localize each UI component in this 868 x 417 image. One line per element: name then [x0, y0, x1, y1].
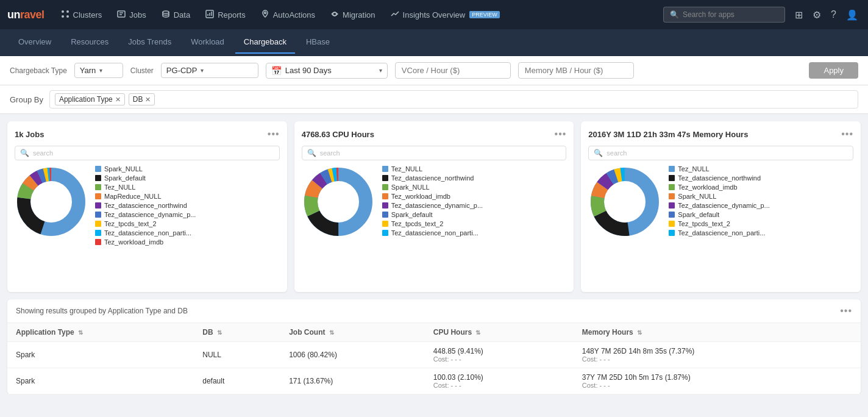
card-jobs-inner: Spark_NULL Spark_default Tez_NULL MapRed… — [15, 165, 280, 248]
date-chevron: ▾ — [379, 67, 382, 74]
subnav-chargeback[interactable]: Chargeback — [235, 31, 295, 54]
nav-data-label: Data — [174, 10, 190, 20]
card-jobs-search-placeholder: search — [33, 149, 53, 157]
cell-db-1: NULL — [194, 342, 280, 368]
card-cpu: 4768.63 CPU Hours ••• 🔍 search — [294, 121, 574, 292]
chargeback-type-chevron: ▾ — [99, 67, 102, 74]
card-jobs-legend: Spark_NULL Spark_default Tez_NULL MapRed… — [95, 165, 280, 248]
migration-icon — [330, 9, 340, 21]
svg-point-23 — [33, 184, 69, 220]
nav-jobs-label: Jobs — [129, 10, 146, 20]
nav-reports-label: Reports — [218, 10, 246, 20]
card-memory-search[interactable]: 🔍 search — [588, 146, 853, 160]
sort-db-icon: ⇅ — [217, 329, 222, 336]
global-search-bar[interactable]: 🔍 Search for apps — [663, 7, 785, 23]
card-cpu-search[interactable]: 🔍 search — [302, 146, 567, 160]
col-db[interactable]: DB ⇅ — [194, 323, 280, 342]
card-memory-menu[interactable]: ••• — [841, 129, 853, 140]
card-cpu-search-placeholder: search — [320, 149, 340, 157]
cards-row: 1k Jobs ••• 🔍 search — [7, 121, 861, 292]
help-icon[interactable]: ? — [828, 7, 839, 23]
group-by-tag-app-type[interactable]: Application Type ✕ — [55, 93, 125, 105]
subnav-jobs-trends[interactable]: Jobs Trends — [119, 31, 180, 54]
chargeback-type-select[interactable]: Yarn ▾ — [74, 63, 123, 78]
date-range-select[interactable]: 📅 Last 90 Days ▾ — [266, 63, 388, 79]
cell-app-type-2: Spark — [7, 368, 194, 394]
tag-app-type-close[interactable]: ✕ — [115, 96, 121, 104]
logo[interactable]: unravel — [7, 9, 44, 21]
vcore-input[interactable] — [395, 62, 511, 79]
subnav-workload[interactable]: Workload — [182, 31, 233, 54]
insights-icon — [390, 9, 400, 21]
col-app-type[interactable]: Application Type ⇅ — [7, 323, 194, 342]
memory-input[interactable] — [518, 62, 634, 79]
svg-point-1 — [66, 10, 69, 13]
cell-memory-2: 37Y 7M 25D 10h 5m 17s (1.87%) Cost: - - … — [574, 368, 861, 394]
subnav-hbase[interactable]: HBase — [297, 31, 338, 54]
nav-item-reports[interactable]: Reports — [199, 5, 252, 24]
tag-app-type-label: Application Type — [59, 95, 113, 104]
group-by-tag-db[interactable]: DB ✕ — [129, 93, 155, 105]
cluster-label: Cluster — [130, 66, 154, 75]
nav-migration-label: Migration — [343, 10, 375, 20]
nav-insights-label: Insights Overview — [403, 10, 466, 20]
subnav-overview[interactable]: Overview — [10, 31, 60, 54]
card-memory-legend: Tez_NULL Tez_datascience_northwind Tez_w… — [669, 165, 853, 238]
clusters-icon — [60, 9, 70, 21]
svg-point-12 — [264, 12, 266, 13]
nav-item-clusters[interactable]: Clusters — [54, 5, 108, 24]
subnav-resources[interactable]: Resources — [62, 31, 117, 54]
nav-item-autoactions[interactable]: AutoActions — [254, 5, 321, 24]
card-cpu-menu[interactable]: ••• — [555, 129, 567, 140]
settings-icon[interactable]: ⚙ — [810, 7, 824, 23]
card-memory-donut — [588, 165, 661, 238]
grid-icon[interactable]: ⊞ — [792, 7, 805, 23]
top-nav: unravel Clusters Jobs Data Reports AutoA… — [0, 0, 868, 29]
nav-right-icons: ⊞ ⚙ ? 👤 — [792, 7, 861, 23]
card-memory-inner: Tez_NULL Tez_datascience_northwind Tez_w… — [588, 165, 853, 238]
nav-item-migration[interactable]: Migration — [324, 5, 381, 24]
autoactions-icon — [260, 9, 270, 21]
table-row: Spark default 171 (13.67%) 100.03 (2.10%… — [7, 368, 861, 394]
search-placeholder-text: Search for apps — [683, 10, 735, 19]
card-jobs-menu[interactable]: ••• — [268, 129, 280, 140]
sort-app-type-icon: ⇅ — [78, 329, 83, 336]
svg-point-7 — [163, 11, 169, 13]
results-title: Showing results grouped by Application T… — [16, 307, 188, 315]
nav-item-jobs[interactable]: Jobs — [110, 5, 152, 24]
svg-rect-4 — [118, 11, 125, 17]
sort-job-count-icon: ⇅ — [329, 329, 334, 336]
tag-db-close[interactable]: ✕ — [145, 96, 151, 104]
nav-item-data[interactable]: Data — [155, 5, 196, 24]
card-cpu-header: 4768.63 CPU Hours ••• — [302, 129, 567, 140]
nav-autoactions-label: AutoActions — [273, 10, 315, 20]
cell-job-count-2: 171 (13.67%) — [280, 368, 425, 394]
card-memory-search-icon: 🔍 — [594, 149, 603, 157]
nav-item-insights[interactable]: Insights Overview PREVIEW — [384, 5, 506, 24]
card-jobs-donut — [15, 165, 88, 238]
svg-point-33 — [320, 184, 357, 220]
card-jobs-title: 1k Jobs — [15, 130, 44, 139]
card-jobs-header: 1k Jobs ••• — [15, 129, 280, 140]
cell-memory-1: 148Y 7M 26D 14h 8m 35s (7.37%) Cost: - -… — [574, 342, 861, 368]
results-table: Application Type ⇅ DB ⇅ Job Count ⇅ CP — [7, 323, 861, 394]
card-jobs: 1k Jobs ••• 🔍 search — [7, 121, 287, 292]
sub-nav: Overview Resources Jobs Trends Workload … — [0, 29, 868, 56]
apply-button[interactable]: Apply — [809, 62, 858, 79]
sort-memory-icon: ⇅ — [637, 329, 642, 336]
cluster-select[interactable]: PG-CDP ▾ — [161, 63, 258, 78]
results-table-wrap: Application Type ⇅ DB ⇅ Job Count ⇅ CP — [7, 323, 861, 394]
user-icon[interactable]: 👤 — [844, 7, 861, 23]
col-cpu-hours[interactable]: CPU Hours ⇅ — [425, 323, 574, 342]
cell-db-2: default — [194, 368, 280, 394]
card-jobs-search[interactable]: 🔍 search — [15, 146, 280, 160]
results-menu[interactable]: ••• — [840, 305, 852, 316]
col-memory-hours[interactable]: Memory Hours ⇅ — [574, 323, 861, 342]
card-memory-header: 2016Y 3M 11D 21h 33m 47s Memory Hours ••… — [588, 129, 853, 140]
col-job-count[interactable]: Job Count ⇅ — [280, 323, 425, 342]
main-content: 1k Jobs ••• 🔍 search — [0, 114, 868, 394]
sort-cpu-icon: ⇅ — [475, 329, 480, 336]
table-row: Spark NULL 1006 (80.42%) 448.85 (9.41%) … — [7, 342, 861, 368]
svg-point-0 — [62, 10, 64, 13]
filter-bar: Chargeback Type Yarn ▾ Cluster PG-CDP ▾ … — [0, 56, 868, 85]
